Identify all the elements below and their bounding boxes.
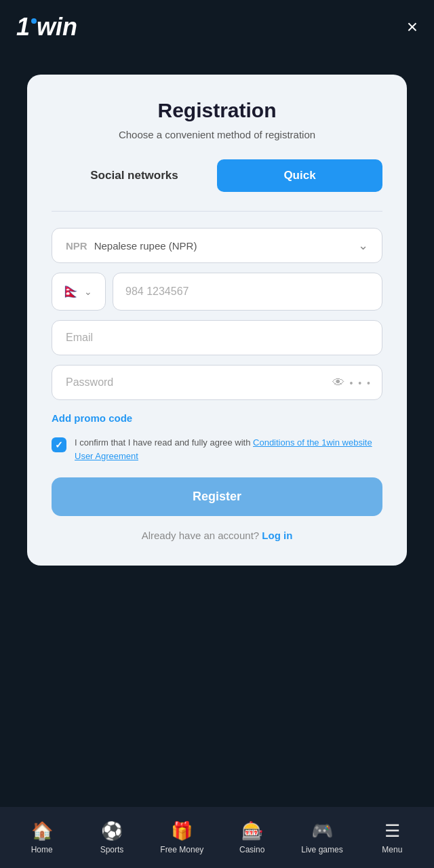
login-row: Already have an account? Log in — [52, 530, 382, 541]
phone-input[interactable] — [113, 273, 382, 311]
logo-win-text: win — [37, 13, 77, 41]
logo: 1 win — [16, 13, 77, 41]
header: 1 win × — [0, 0, 434, 54]
nav-item-live-games[interactable]: 🎮 Live games — [287, 821, 357, 854]
logo-1-text: 1 — [16, 13, 30, 41]
bottom-nav: 🏠 Home ⚽ Sports 🎁 Free Money 🎰 Casino 🎮 … — [0, 807, 434, 868]
checkmark-icon: ✓ — [55, 439, 63, 450]
more-options-icon[interactable]: • • • — [350, 377, 372, 388]
nav-label-sports: Sports — [100, 845, 124, 854]
register-button[interactable]: Register — [52, 477, 382, 516]
nav-item-menu[interactable]: ☰ Menu — [357, 821, 427, 854]
tab-social-networks[interactable]: Social networks — [52, 159, 217, 192]
currency-code: NPR — [66, 240, 87, 252]
home-icon: 🏠 — [31, 821, 53, 842]
close-button[interactable]: × — [407, 18, 418, 37]
agreement-checkbox[interactable]: ✓ — [52, 437, 66, 452]
eye-icon[interactable]: 👁 — [332, 376, 344, 390]
tab-quick[interactable]: Quick — [217, 159, 382, 192]
registration-card: Registration Choose a convenient method … — [27, 75, 407, 566]
already-account-text: Already have an account? — [142, 530, 259, 541]
nav-label-menu: Menu — [382, 845, 402, 854]
nav-label-free-money: Free Money — [160, 845, 203, 854]
main-content: Registration Choose a convenient method … — [0, 54, 434, 807]
flag-icon: 🇳🇵 — [62, 283, 80, 300]
flag-dropdown-icon: ⌄ — [84, 286, 92, 297]
card-title: Registration — [52, 99, 382, 122]
casino-icon: 🎰 — [241, 821, 263, 842]
nav-item-home[interactable]: 🏠 Home — [7, 821, 77, 854]
phone-row: 🇳🇵 ⌄ — [52, 273, 382, 311]
password-icons: 👁 • • • — [332, 376, 372, 390]
card-subtitle: Choose a convenient method of registrati… — [52, 129, 382, 140]
nav-item-free-money[interactable]: 🎁 Free Money — [147, 821, 217, 854]
currency-select[interactable]: NPR Nepalese rupee (NPR) ⌄ — [52, 228, 382, 263]
login-link[interactable]: Log in — [262, 530, 292, 541]
menu-icon: ☰ — [384, 821, 400, 842]
gift-icon: 🎁 — [171, 821, 193, 842]
promo-code-link[interactable]: Add promo code — [52, 412, 132, 424]
divider — [52, 211, 382, 212]
logo-dot — [31, 18, 37, 24]
nav-label-home: Home — [31, 845, 53, 854]
chevron-down-icon: ⌄ — [358, 238, 368, 253]
country-flag-button[interactable]: 🇳🇵 ⌄ — [52, 273, 106, 311]
currency-select-wrapper: NPR Nepalese rupee (NPR) ⌄ — [52, 228, 382, 263]
gamepad-icon: 🎮 — [311, 821, 333, 842]
nav-item-casino[interactable]: 🎰 Casino — [217, 821, 287, 854]
nav-item-sports[interactable]: ⚽ Sports — [77, 821, 146, 854]
agreement-checkbox-row: ✓ I confirm that I have read and fully a… — [52, 436, 382, 462]
nav-label-live-games: Live games — [301, 845, 342, 854]
currency-name: Nepalese rupee (NPR) — [94, 240, 358, 252]
nav-label-casino: Casino — [239, 845, 264, 854]
agreement-text: I confirm that I have read and fully agr… — [75, 436, 382, 462]
email-input[interactable] — [52, 320, 382, 355]
tab-row: Social networks Quick — [52, 159, 382, 192]
password-wrapper: 👁 • • • — [52, 365, 382, 400]
sports-icon: ⚽ — [101, 821, 123, 842]
